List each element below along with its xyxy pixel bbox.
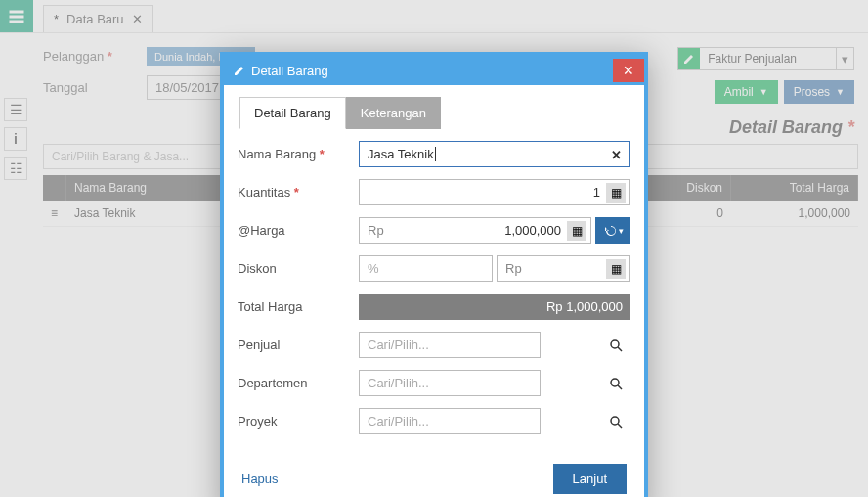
svg-point-7 bbox=[611, 417, 619, 425]
svg-line-8 bbox=[618, 424, 622, 428]
lanjut-button[interactable]: Lanjut bbox=[553, 464, 627, 494]
proyek-label: Proyek bbox=[238, 414, 359, 429]
dialog-close-button[interactable]: ✕ bbox=[613, 59, 644, 82]
keypad-icon[interactable]: ▦ bbox=[606, 183, 626, 203]
diskon-amount-input[interactable]: Rp ▦ bbox=[497, 255, 630, 282]
kuantitas-input[interactable]: 1 ▦ bbox=[359, 179, 630, 205]
svg-point-3 bbox=[611, 340, 619, 348]
penjual-input[interactable] bbox=[359, 332, 541, 358]
nama-barang-label: Nama Barang bbox=[238, 147, 359, 161]
tab-keterangan[interactable]: Keterangan bbox=[346, 97, 441, 129]
detail-barang-dialog: Detail Barang ✕ Detail Barang Keterangan… bbox=[220, 52, 648, 497]
keypad-icon[interactable]: ▦ bbox=[606, 259, 626, 279]
svg-line-6 bbox=[618, 385, 622, 389]
keypad-icon[interactable]: ▦ bbox=[567, 221, 586, 241]
svg-point-5 bbox=[611, 379, 619, 386]
search-icon[interactable] bbox=[609, 339, 623, 352]
total-harga-display: Rp 1,000,000 bbox=[359, 294, 630, 320]
search-icon[interactable] bbox=[609, 377, 623, 390]
harga-label: @Harga bbox=[238, 223, 359, 238]
nama-barang-input[interactable]: Jasa Teknik ✕ bbox=[359, 141, 630, 167]
total-label: Total Harga bbox=[238, 299, 359, 314]
price-history-button[interactable]: ▾ bbox=[595, 217, 630, 244]
search-icon[interactable] bbox=[609, 415, 623, 429]
penjual-label: Penjual bbox=[238, 338, 359, 352]
hapus-button[interactable]: Hapus bbox=[241, 464, 279, 494]
tab-detail-barang[interactable]: Detail Barang bbox=[239, 97, 346, 129]
diskon-percent-input[interactable] bbox=[359, 255, 493, 282]
pencil-icon bbox=[234, 65, 245, 76]
svg-line-4 bbox=[618, 347, 622, 351]
proyek-input[interactable] bbox=[359, 408, 541, 434]
diskon-label: Diskon bbox=[238, 261, 359, 276]
departemen-input[interactable] bbox=[359, 370, 541, 396]
kuantitas-label: Kuantitas bbox=[238, 185, 359, 200]
clear-icon[interactable]: ✕ bbox=[611, 147, 622, 161]
departemen-label: Departemen bbox=[238, 376, 359, 390]
dialog-title: Detail Barang bbox=[251, 64, 613, 78]
harga-input[interactable]: Rp 1,000,000 ▦ bbox=[359, 217, 591, 244]
